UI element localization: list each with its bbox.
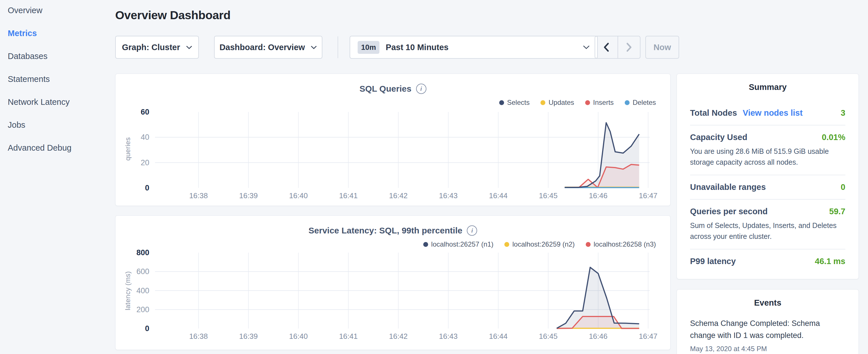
summary-row: Queries per second59.7Sum of Selects, Up… xyxy=(690,199,845,249)
time-prev-button[interactable] xyxy=(595,36,618,58)
graph-dropdown[interactable]: Graph: Cluster xyxy=(115,36,199,59)
x-tick-label: 16:46 xyxy=(589,191,608,200)
y-tick-label: 800 xyxy=(136,248,149,257)
summary-row-value: 0.01% xyxy=(822,133,845,142)
x-tick-label: 16:47 xyxy=(639,191,657,200)
summary-row: Total NodesView nodes list3 xyxy=(690,101,845,125)
y-tick-label: 60 xyxy=(141,108,149,116)
page: OverviewMetricsDatabasesStatementsNetwor… xyxy=(0,0,868,354)
y-axis-label: latency (ms) xyxy=(124,256,132,325)
x-tick-label: 16:43 xyxy=(439,332,458,341)
view-nodes-link[interactable]: View nodes list xyxy=(743,108,803,118)
x-tick-label: 16:40 xyxy=(289,332,308,341)
time-range-label: Past 10 Minutes xyxy=(386,43,448,52)
x-tick-label: 16:44 xyxy=(489,191,507,200)
x-tick-label: 16:47 xyxy=(639,332,657,341)
summary-row-label: P99 latency xyxy=(690,257,736,266)
summary-row-label: Capacity Used xyxy=(690,133,747,142)
x-tick-label: 16:44 xyxy=(489,332,507,341)
summary-row-label: Unavailable ranges xyxy=(690,183,766,192)
dashboard-dropdown[interactable]: Dashboard: Overview xyxy=(214,36,322,59)
summary-row-desc: Sum of Selects, Updates, Inserts, and De… xyxy=(690,220,845,242)
chevron-right-icon xyxy=(625,42,633,52)
summary-row-label: Total Nodes xyxy=(690,108,737,118)
chart-title: Service Latency: SQL, 99th percentile xyxy=(309,226,463,235)
y-tick-label: 400 xyxy=(136,286,149,295)
y-tick-label: 40 xyxy=(141,133,149,141)
events-panel: Events Schema Change Completed: Schema c… xyxy=(677,289,859,354)
summary-row-desc: You are using 28.6 MiB of 515.9 GiB usab… xyxy=(690,146,845,167)
summary-row-value: 3 xyxy=(841,108,845,118)
y-tick-label: 0 xyxy=(145,324,149,333)
chevron-down-icon xyxy=(583,45,590,49)
summary-row-value: 59.7 xyxy=(829,207,845,216)
summary-row-value: 0 xyxy=(841,183,845,192)
summary-row-value: 46.1 ms xyxy=(815,257,845,266)
chevron-down-icon xyxy=(186,45,192,49)
x-tick-label: 16:46 xyxy=(589,332,608,341)
x-tick-label: 16:39 xyxy=(239,191,258,200)
chart-plot[interactable]: 16:3816:3916:4016:4116:4216:4316:4416:45… xyxy=(116,102,671,209)
sidebar-item-metrics[interactable]: Metrics xyxy=(8,29,37,38)
y-tick-label: 20 xyxy=(141,158,149,167)
dashboard-dropdown-label: Dashboard: Overview xyxy=(219,43,305,52)
x-tick-label: 16:41 xyxy=(339,332,358,341)
summary-row: Capacity Used0.01%You are using 28.6 MiB… xyxy=(690,125,845,175)
x-tick-label: 16:42 xyxy=(389,332,408,341)
x-tick-label: 16:41 xyxy=(339,191,358,200)
y-tick-label: 200 xyxy=(136,305,149,314)
summary-panel: Summary Total NodesView nodes list3Capac… xyxy=(677,74,859,279)
x-tick-label: 16:38 xyxy=(189,191,208,200)
sidebar-item-databases[interactable]: Databases xyxy=(8,52,48,61)
sidebar: OverviewMetricsDatabasesStatementsNetwor… xyxy=(0,0,113,354)
page-title: Overview Dashboard xyxy=(115,9,230,22)
chart-title: SQL Queries xyxy=(359,84,411,94)
chart-card-service-latency: Service Latency: SQL, 99th percentile i … xyxy=(115,215,671,350)
summary-row: P99 latency46.1 ms xyxy=(690,249,845,273)
sidebar-item-jobs[interactable]: Jobs xyxy=(8,120,25,130)
controls-divider xyxy=(338,36,338,58)
info-icon[interactable]: i xyxy=(467,225,477,236)
x-tick-label: 16:39 xyxy=(239,332,258,341)
sidebar-item-network-latency[interactable]: Network Latency xyxy=(8,97,70,107)
graph-dropdown-label: Graph: Cluster xyxy=(122,43,180,52)
event-text: Schema Change Completed: Schema change w… xyxy=(690,317,828,342)
summary-row: Unavailable ranges0 xyxy=(690,175,845,199)
info-icon[interactable]: i xyxy=(416,84,426,94)
summary-row-label: Queries per second xyxy=(690,207,768,216)
x-tick-label: 16:43 xyxy=(439,191,458,200)
event-timestamp: May 13, 2020 at 4:45 PM xyxy=(690,345,845,353)
y-tick-label: 0 xyxy=(145,184,149,192)
time-range-picker[interactable]: 10m Past 10 Minutes xyxy=(350,36,598,59)
time-next-button[interactable] xyxy=(618,36,640,58)
chevron-left-icon xyxy=(602,42,610,52)
chevron-down-icon xyxy=(311,45,317,49)
event-item[interactable]: Schema Change Completed: Schema change w… xyxy=(690,317,845,353)
time-range-badge: 10m xyxy=(358,41,379,54)
events-title: Events xyxy=(690,290,845,308)
x-tick-label: 16:45 xyxy=(539,332,558,341)
chart-card-sql-queries: SQL Queries i SelectsUpdatesInsertsDelet… xyxy=(115,74,671,206)
summary-title: Summary xyxy=(690,74,845,92)
time-pager xyxy=(595,36,641,59)
sidebar-item-overview[interactable]: Overview xyxy=(8,6,42,15)
sidebar-item-statements[interactable]: Statements xyxy=(8,74,50,84)
x-tick-label: 16:40 xyxy=(289,191,308,200)
x-tick-label: 16:45 xyxy=(539,191,558,200)
now-button[interactable]: Now xyxy=(645,36,679,59)
chart-plot[interactable]: 16:3816:3916:4016:4116:4216:4316:4416:45… xyxy=(116,243,671,350)
x-tick-label: 16:42 xyxy=(389,191,408,200)
x-tick-label: 16:38 xyxy=(189,332,208,341)
sidebar-item-advanced-debug[interactable]: Advanced Debug xyxy=(8,143,72,153)
y-tick-label: 600 xyxy=(136,267,149,276)
y-axis-label: queries xyxy=(124,115,132,183)
